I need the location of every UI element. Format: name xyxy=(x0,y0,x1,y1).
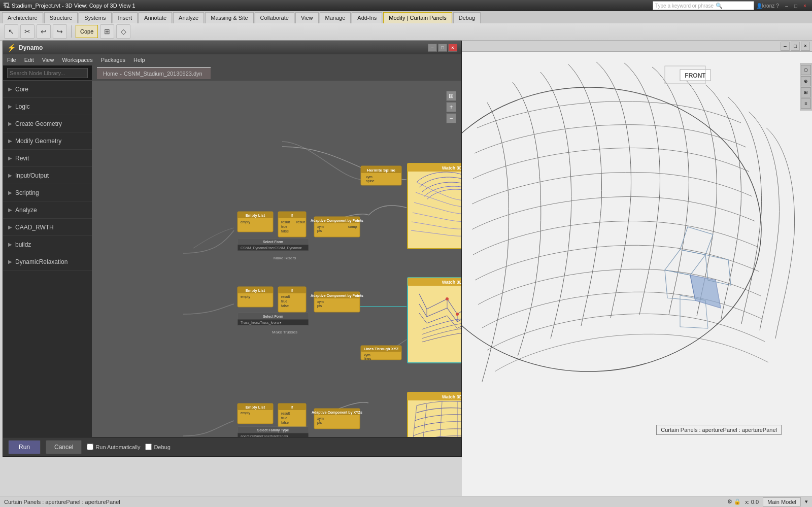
debug-checkbox[interactable] xyxy=(145,444,152,450)
sidebar-label-caad: CAAD_RWTH xyxy=(15,224,54,231)
menu-help[interactable]: Help xyxy=(133,57,145,63)
svg-text:Empty List: Empty List xyxy=(246,288,265,293)
dynamo-canvas[interactable]: Home - CSNM_Stadium_20130923.dyn ⊞ + − xyxy=(92,65,461,437)
modify-button[interactable]: ✂ xyxy=(20,24,35,39)
tab-massing[interactable]: Massing & Site xyxy=(205,12,253,23)
help-button[interactable]: ? xyxy=(773,2,782,10)
sidebar-search-input[interactable] xyxy=(7,68,88,78)
svg-text:Select Form: Select Form xyxy=(263,315,283,318)
vp-close[interactable]: × xyxy=(801,42,810,51)
cope-button[interactable]: Cope xyxy=(76,25,98,38)
watch3d-3[interactable]: Watch 3D $2 FPS xyxy=(408,392,461,437)
model-dropdown-icon[interactable]: ▾ xyxy=(805,498,808,505)
sidebar-item-io[interactable]: ▶ Input/Output xyxy=(3,167,92,184)
hermite-spline-node[interactable]: Hermite Spline xym spine xyxy=(361,166,401,185)
dynamo-controls: – □ × xyxy=(428,44,457,52)
tab-manage[interactable]: Manage xyxy=(320,12,351,23)
cut-button[interactable]: ⊞ xyxy=(100,24,114,39)
dynamo-close[interactable]: × xyxy=(448,44,457,52)
run-auto-checkbox[interactable] xyxy=(87,444,93,450)
close-button[interactable]: × xyxy=(801,2,809,10)
if-1[interactable]: If result true false result xyxy=(278,212,306,237)
sidebar-item-dynamic-relaxation[interactable]: ▶ DynamicRelaxation xyxy=(3,253,92,271)
canvas-tab[interactable]: Home - CSNM_Stadium_20130923.dyn xyxy=(97,67,211,79)
dynamo-maximize[interactable]: □ xyxy=(438,44,447,52)
watch3d-2[interactable]: Watch 3D $2 FPS xyxy=(408,278,461,363)
tab-structure[interactable]: Structure xyxy=(44,12,78,23)
run-button[interactable]: Run xyxy=(8,440,41,454)
debug-label[interactable]: Debug xyxy=(145,444,170,450)
sidebar-item-buildz[interactable]: ▶ buildz xyxy=(3,236,92,253)
sidebar-item-logic[interactable]: ▶ Logic xyxy=(3,98,92,115)
dynamo-body: ▶ Core ▶ Logic ▶ Create Geometry ▶ Modif… xyxy=(3,65,461,437)
sidebar-item-caad[interactable]: ▶ CAAD_RWTH xyxy=(3,219,92,236)
redo-button[interactable]: ↪ xyxy=(53,24,67,39)
vp-maximize[interactable]: □ xyxy=(791,42,800,51)
svg-text:false: false xyxy=(281,229,289,233)
vp-minimize[interactable]: – xyxy=(781,42,790,51)
if-2[interactable]: If result true false xyxy=(278,287,306,312)
svg-text:false: false xyxy=(281,421,289,424)
svg-text:Empty List: Empty List xyxy=(246,405,265,410)
sidebar-item-core[interactable]: ▶ Core xyxy=(3,81,92,98)
menu-view[interactable]: View xyxy=(42,57,54,63)
if-3[interactable]: If result true false xyxy=(278,403,306,429)
minimize-button[interactable]: – xyxy=(783,2,791,10)
cancel-button[interactable]: Cancel xyxy=(46,440,82,454)
svg-text:true: true xyxy=(281,225,287,228)
svg-text:FRONT: FRONT xyxy=(685,72,706,79)
adaptive-component-2[interactable]: Adaptive Component by Points xym pts xyxy=(311,292,363,312)
undo-button[interactable]: ↩ xyxy=(37,24,51,39)
sidebar-label-core: Core xyxy=(15,86,28,93)
select-form-1[interactable]: Select Form CSNM_DynamoRiserCSNM_Dynamo▾ xyxy=(238,239,309,251)
tab-annotate[interactable]: Annotate xyxy=(139,12,172,23)
steering-wheel-icon[interactable]: ⊕ xyxy=(801,76,811,86)
view-cube-icon[interactable]: ⬡ xyxy=(801,65,811,75)
tab-systems[interactable]: Systems xyxy=(79,12,111,23)
sidebar-item-modify-geometry[interactable]: ▶ Modify Geometry xyxy=(3,132,92,150)
maximize-button[interactable]: □ xyxy=(792,2,800,10)
title-bar-right: Type a keyword or phrase 🔍 👤 kronz ? – □… xyxy=(653,1,809,10)
sidebar-item-create-geometry[interactable]: ▶ Create Geometry xyxy=(3,115,92,132)
arrow-icon: ▶ xyxy=(8,207,12,213)
arrow-icon: ▶ xyxy=(8,138,12,144)
tab-architecture[interactable]: Architecture xyxy=(2,12,43,23)
tab-insert[interactable]: Insert xyxy=(113,12,138,23)
sidebar-item-scripting[interactable]: ▶ Scripting xyxy=(3,184,92,201)
vp-right-icons: ⬡ ⊕ ⊞ ≡ xyxy=(800,63,812,111)
search-box[interactable]: Type a keyword or phrase 🔍 xyxy=(653,1,754,10)
sidebar-item-analyze[interactable]: ▶ Analyze xyxy=(3,201,92,219)
svg-text:spine: spine xyxy=(366,179,375,183)
select-family-type[interactable]: Select Family Type aperturePanel:apertur… xyxy=(238,427,309,437)
menu-file[interactable]: File xyxy=(7,57,16,63)
tab-addins[interactable]: Add-Ins xyxy=(352,12,382,23)
lines-xyz-1[interactable]: Lines Through XYZ xym lines xyxy=(361,346,401,360)
adaptive-component-3[interactable]: Adaptive Component by XYZs xym pts xyxy=(312,409,362,429)
menu-edit[interactable]: Edit xyxy=(24,57,34,63)
tab-analyze[interactable]: Analyze xyxy=(173,12,204,23)
sidebar-search-container xyxy=(3,65,92,81)
tooltip-curtain-panels: Curtain Panels : aperturePanel : apertur… xyxy=(656,425,782,435)
tab-debug[interactable]: Debug xyxy=(453,12,481,23)
sidebar-item-revit[interactable]: ▶ Revit xyxy=(3,150,92,167)
ribbon-tabs: Architecture Structure Systems Insert An… xyxy=(0,11,812,23)
adaptive-component-1[interactable]: Adaptive Component by Points xym pts com… xyxy=(311,217,363,237)
empty-list-2[interactable]: Empty List empty xyxy=(238,287,273,307)
miter-button[interactable]: ◇ xyxy=(116,24,130,39)
view-settings-icon[interactable]: ≡ xyxy=(801,98,811,109)
run-auto-label[interactable]: Run Automatically xyxy=(87,444,140,450)
watch3d-1[interactable]: Watch 3D $2 FPS xyxy=(408,163,461,250)
dynamo-minimize[interactable]: – xyxy=(428,44,437,52)
select-tool-button[interactable]: ↖ xyxy=(4,24,18,39)
viewport-content[interactable]: FRONT Curtain Panels : aperturePanel : a… xyxy=(462,52,812,496)
tab-collaborate[interactable]: Collaborate xyxy=(255,12,294,23)
tab-modify-curtain[interactable]: Modify | Curtain Panels xyxy=(383,12,452,23)
svg-text:If: If xyxy=(291,213,293,218)
empty-list-3[interactable]: Empty List empty xyxy=(238,403,273,424)
menu-workspaces[interactable]: Workspaces xyxy=(62,57,92,63)
menu-packages[interactable]: Packages xyxy=(101,57,125,63)
select-form-2[interactable]: Select Form Truss_kronzTruss_kronz▾ xyxy=(238,313,309,325)
zoom-icon[interactable]: ⊞ xyxy=(801,87,811,97)
empty-list-1[interactable]: Empty List empty xyxy=(238,212,273,232)
tab-view[interactable]: View xyxy=(295,12,319,23)
